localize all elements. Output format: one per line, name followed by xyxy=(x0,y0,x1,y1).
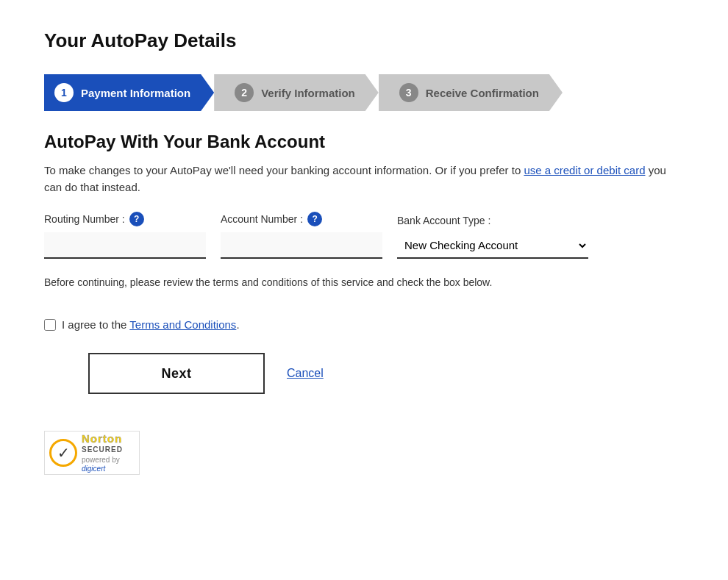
routing-label: Routing Number : ? xyxy=(44,212,206,226)
bank-type-label: Bank Account Type : xyxy=(397,215,588,226)
step-1-payment: 1 Payment Information xyxy=(44,74,214,111)
credit-card-link[interactable]: use a credit or debit card xyxy=(524,164,645,176)
norton-brand-text: Norton xyxy=(82,432,135,445)
norton-badge: ✓ Norton SECURED powered by digicert xyxy=(44,431,684,475)
norton-text-block: Norton SECURED powered by digicert xyxy=(82,432,135,473)
next-button[interactable]: Next xyxy=(88,353,265,394)
norton-inner: ✓ Norton SECURED powered by digicert xyxy=(49,432,135,473)
account-label: Account Number : ? xyxy=(221,212,382,226)
terms-link[interactable]: Terms and Conditions xyxy=(129,318,236,331)
digicert-text: digicert xyxy=(82,465,105,473)
norton-secured-text: SECURED xyxy=(82,445,135,454)
step-2-label: Verify Information xyxy=(261,87,355,99)
account-number-group: Account Number : ? xyxy=(221,212,382,259)
routing-number-group: Routing Number : ? xyxy=(44,212,206,259)
agree-checkbox-row: I agree to the Terms and Conditions. xyxy=(44,318,684,331)
description-prefix: To make changes to your AutoPay we'll ne… xyxy=(44,164,524,176)
bank-type-select[interactable]: New Checking Account New Savings Account… xyxy=(397,232,588,259)
norton-logo: ✓ Norton SECURED powered by digicert xyxy=(44,431,140,475)
buttons-row: Next Cancel xyxy=(44,353,684,394)
checkbox-suffix: . xyxy=(236,318,239,331)
form-description: To make changes to your AutoPay we'll ne… xyxy=(44,162,684,196)
checkbox-prefix: I agree to the xyxy=(62,318,129,331)
bank-type-group: Bank Account Type : New Checking Account… xyxy=(397,215,588,259)
routing-help-icon[interactable]: ? xyxy=(129,212,144,226)
agree-label: I agree to the Terms and Conditions. xyxy=(62,318,240,331)
terms-notice: Before continuing, please review the ter… xyxy=(44,275,684,290)
progress-bar: 1 Payment Information 2 Verify Informati… xyxy=(44,74,684,111)
step-1-label: Payment Information xyxy=(81,87,190,99)
form-heading: AutoPay With Your Bank Account xyxy=(44,132,684,152)
norton-powered-text: powered by digicert xyxy=(82,456,135,473)
step-3-confirm: 3 Receive Confirmation xyxy=(379,74,563,111)
step-2-verify: 2 Verify Information xyxy=(214,74,379,111)
step-2-number: 2 xyxy=(235,83,254,102)
account-help-icon[interactable]: ? xyxy=(307,212,322,226)
step-3-number: 3 xyxy=(399,83,418,102)
cancel-link[interactable]: Cancel xyxy=(287,367,324,380)
step-3-label: Receive Confirmation xyxy=(426,87,539,99)
page-title: Your AutoPay Details xyxy=(44,29,684,52)
routing-number-input[interactable] xyxy=(44,232,206,259)
norton-checkmark-icon: ✓ xyxy=(49,439,77,467)
form-fields-row: Routing Number : ? Account Number : ? Ba… xyxy=(44,212,684,259)
step-1-number: 1 xyxy=(54,83,74,102)
account-number-input[interactable] xyxy=(221,232,382,259)
agree-checkbox[interactable] xyxy=(44,319,56,331)
